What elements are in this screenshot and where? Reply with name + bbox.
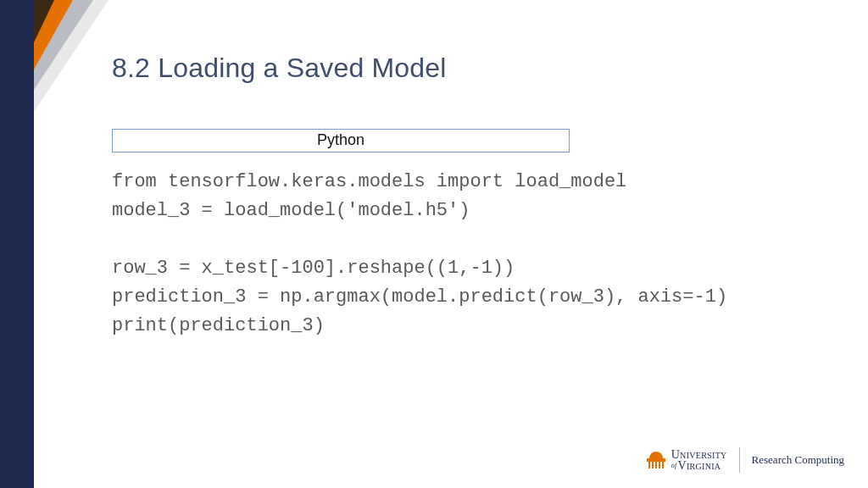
svg-marker-2: [34, 0, 73, 69]
language-label-box: Python: [112, 129, 570, 152]
uva-wordmark: University ofVirginia: [671, 449, 727, 472]
slide: 8.2 Loading a Saved Model Python from te…: [0, 0, 868, 488]
rotunda-icon: [647, 452, 665, 469]
language-label: Python: [317, 131, 364, 148]
code-block: from tensorflow.keras.models import load…: [112, 168, 807, 341]
uva-word-line2: Virginia: [678, 459, 721, 472]
left-rail: [0, 0, 34, 488]
dept-label: Research Computing: [752, 453, 844, 467]
uva-logo: University ofVirginia: [647, 449, 727, 472]
uva-word-of: of: [671, 462, 678, 469]
uva-word-line1: University: [671, 449, 727, 460]
code-line: from tensorflow.keras.models import load…: [112, 171, 626, 192]
svg-marker-0: [34, 0, 108, 112]
code-line: print(prediction_3): [112, 315, 325, 336]
code-line: prediction_3 = np.argmax(model.predict(r…: [112, 286, 727, 308]
code-line: model_3 = load_model('model.h5'): [112, 200, 470, 221]
code-line: row_3 = x_test[-100].reshape((1,-1)): [112, 258, 515, 279]
svg-marker-1: [34, 0, 93, 90]
slide-title: 8.2 Loading a Saved Model: [112, 53, 447, 84]
footer: University ofVirginia Research Computing: [647, 447, 844, 473]
footer-divider: [739, 447, 740, 473]
svg-marker-3: [34, 0, 54, 42]
